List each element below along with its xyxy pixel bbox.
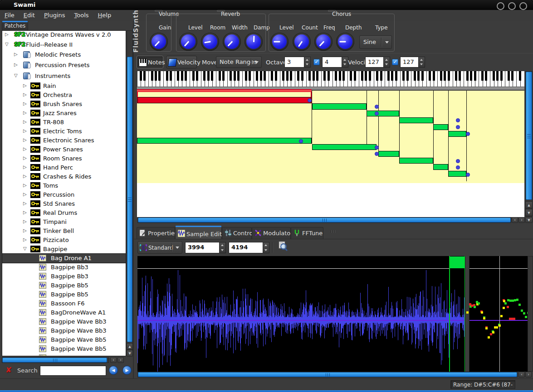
black-key[interactable] bbox=[166, 71, 168, 81]
paned-grip[interactable] bbox=[334, 230, 335, 233]
expander-collapsed-icon[interactable]: ▷ bbox=[23, 192, 27, 197]
zone-range-bar[interactable] bbox=[399, 117, 433, 123]
ranges-scroll-up-button[interactable]: ▲ bbox=[525, 201, 533, 208]
tree-item-sample[interactable]: Bagpipe Bb5 bbox=[2, 281, 126, 290]
menu-file[interactable]: File bbox=[0, 10, 19, 20]
knob-damp[interactable] bbox=[244, 33, 263, 51]
expander-collapsed-icon[interactable]: ▷ bbox=[23, 83, 27, 88]
root-note-dot[interactable] bbox=[456, 165, 460, 169]
tree-item-sample[interactable]: Bassoon F6 bbox=[2, 299, 126, 308]
octave-low-spin[interactable]: 3 bbox=[284, 57, 311, 68]
black-key[interactable] bbox=[192, 71, 195, 81]
sample-vscrollbar[interactable] bbox=[528, 256, 533, 372]
root-note-dot[interactable] bbox=[375, 105, 379, 109]
black-key[interactable] bbox=[481, 71, 484, 81]
expander-collapsed-icon[interactable]: ▷ bbox=[5, 32, 9, 37]
move-mode-combo[interactable]: Note Ranges bbox=[216, 56, 262, 68]
black-key[interactable] bbox=[185, 71, 187, 81]
expander-expanded-icon[interactable]: ▽ bbox=[14, 73, 18, 78]
black-key[interactable] bbox=[282, 71, 284, 81]
expander-collapsed-icon[interactable]: ▷ bbox=[23, 119, 27, 124]
knob-depth[interactable] bbox=[336, 33, 354, 51]
expander-expanded-icon[interactable]: ▽ bbox=[23, 246, 27, 251]
piano-keyboard[interactable] bbox=[137, 71, 524, 87]
expander-collapsed-icon[interactable]: ▷ bbox=[23, 92, 27, 97]
menu-edit[interactable]: Edit bbox=[19, 10, 39, 20]
expander-collapsed-icon[interactable]: ▷ bbox=[14, 52, 18, 57]
black-key[interactable] bbox=[485, 71, 487, 81]
black-key[interactable] bbox=[177, 71, 179, 81]
zone-range-bar[interactable] bbox=[137, 138, 312, 144]
black-key[interactable] bbox=[308, 71, 311, 81]
root-note-dot[interactable] bbox=[466, 132, 470, 136]
expander-collapsed-icon[interactable]: ▷ bbox=[23, 201, 27, 206]
tree-scroll-right-button[interactable]: › bbox=[117, 357, 124, 363]
expander-collapsed-icon[interactable]: ▷ bbox=[23, 146, 27, 151]
loop-region-header[interactable] bbox=[449, 256, 465, 269]
chorus-type-combo[interactable]: Sine bbox=[359, 35, 392, 49]
tree-item[interactable]: ▷Jazz Snares bbox=[2, 109, 126, 118]
zone-range-bar[interactable] bbox=[312, 144, 377, 150]
tree-item[interactable]: ▷Tinker Bell bbox=[2, 227, 126, 236]
spin-arrows[interactable] bbox=[418, 57, 425, 67]
black-key[interactable] bbox=[387, 71, 390, 81]
tree-item[interactable]: ▷Brush Snares bbox=[2, 100, 126, 109]
tree-item[interactable]: ▽Instruments bbox=[2, 72, 126, 81]
search-prev-button[interactable]: ◀ bbox=[109, 366, 118, 375]
ranges-hscrollbar-thumb[interactable] bbox=[138, 218, 511, 223]
black-key[interactable] bbox=[500, 71, 503, 81]
expander-collapsed-icon[interactable]: ▷ bbox=[23, 174, 27, 179]
black-key[interactable] bbox=[342, 71, 345, 81]
zone-range-bar[interactable] bbox=[312, 103, 367, 110]
search-next-button[interactable]: ▶ bbox=[122, 366, 132, 375]
spin-arrows[interactable] bbox=[219, 242, 225, 253]
loop-view-splitter[interactable] bbox=[465, 256, 469, 372]
paned-grip[interactable] bbox=[331, 230, 331, 233]
knob-level[interactable] bbox=[179, 33, 197, 51]
menu-plugins[interactable]: Plugins bbox=[39, 10, 70, 20]
expander-collapsed-icon[interactable]: ▷ bbox=[23, 101, 27, 106]
tree-item[interactable]: ▽SF2Fluid--Release II bbox=[2, 40, 126, 49]
black-key[interactable] bbox=[207, 71, 210, 81]
tree-item-sample[interactable]: Bagpipe Bb3 bbox=[2, 272, 126, 281]
black-key[interactable] bbox=[391, 71, 393, 81]
ranges-vscrollbar-thumb[interactable] bbox=[526, 72, 532, 200]
black-key[interactable] bbox=[369, 71, 371, 81]
tree-item[interactable]: ▷TR-808 bbox=[2, 118, 126, 127]
black-key[interactable] bbox=[511, 71, 513, 81]
expander-collapsed-icon[interactable]: ▷ bbox=[23, 155, 27, 160]
knob-level[interactable] bbox=[270, 33, 289, 51]
expander-expanded-icon[interactable]: ▽ bbox=[5, 42, 9, 47]
black-key[interactable] bbox=[275, 71, 277, 81]
zone-range-bar[interactable] bbox=[433, 124, 448, 130]
spin-arrows[interactable] bbox=[383, 57, 390, 67]
black-key[interactable] bbox=[440, 71, 442, 81]
notes-mode-button[interactable]: Notes bbox=[137, 56, 163, 68]
root-note-dot[interactable] bbox=[375, 145, 379, 150]
root-note-dot[interactable] bbox=[375, 111, 379, 116]
black-key[interactable] bbox=[316, 71, 318, 81]
spin-arrows[interactable] bbox=[263, 242, 269, 253]
black-key[interactable] bbox=[395, 71, 397, 81]
black-key[interactable] bbox=[222, 71, 225, 81]
tree-item[interactable]: ▷Power Snares bbox=[2, 145, 126, 154]
zone-range-bar[interactable] bbox=[433, 164, 448, 170]
tree-item[interactable]: ▷Pizzicato bbox=[2, 236, 126, 245]
loop-start-line[interactable] bbox=[449, 256, 450, 372]
black-key[interactable] bbox=[444, 71, 446, 81]
octave-high-spin[interactable]: 4 bbox=[322, 57, 348, 68]
black-key[interactable] bbox=[433, 71, 435, 81]
sample-format-combo[interactable]: Standard bbox=[137, 241, 182, 254]
black-key[interactable] bbox=[170, 71, 172, 81]
tree-item[interactable]: ▷Hand Perc bbox=[2, 163, 126, 172]
black-key[interactable] bbox=[151, 71, 153, 81]
black-key[interactable] bbox=[245, 71, 247, 81]
zoom-selection-button[interactable] bbox=[278, 241, 291, 254]
black-key[interactable] bbox=[414, 71, 416, 81]
tree-scroll-left-button[interactable]: ‹ bbox=[110, 357, 117, 363]
expander-collapsed-icon[interactable]: ▷ bbox=[23, 210, 27, 215]
tree-item-sample[interactable]: Bagpipe Wave Bb3 bbox=[2, 317, 126, 326]
sample-waveform-canvas[interactable] bbox=[137, 256, 528, 372]
tree-item-sample[interactable]: Bagpipe Bb3 bbox=[2, 263, 126, 272]
knob-width[interactable] bbox=[223, 33, 241, 51]
